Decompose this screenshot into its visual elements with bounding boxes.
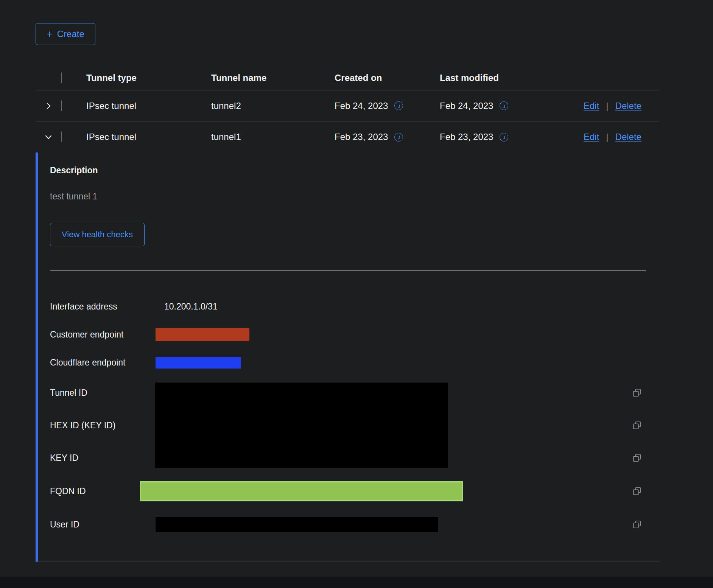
edit-link[interactable]: Edit <box>584 132 599 142</box>
info-icon[interactable]: i <box>500 133 508 142</box>
interface-address-value: 10.200.1.0/31 <box>155 302 632 312</box>
copy-user-id-button[interactable] <box>632 520 659 529</box>
row-checkbox[interactable] <box>61 100 62 111</box>
table-row: IPsec tunnel tunnel1 Feb 23, 2023 i Feb … <box>36 121 659 152</box>
tunnels-table: Tunnel type Tunnel name Created on Last … <box>36 65 659 562</box>
ids-redacted-value <box>155 383 448 468</box>
table-header-row: Tunnel type Tunnel name Created on Last … <box>36 65 659 90</box>
collapse-row-button[interactable] <box>36 133 61 141</box>
cell-created-on: Feb 24, 2023 i <box>335 101 440 111</box>
created-on-value: Feb 24, 2023 <box>335 101 388 111</box>
copy-fqdn-id-button[interactable] <box>632 486 659 496</box>
header-created-on: Created on <box>335 73 440 83</box>
cell-last-modified: Feb 23, 2023 i <box>440 132 584 142</box>
row-checkbox[interactable] <box>61 131 62 142</box>
info-icon[interactable]: i <box>394 101 403 110</box>
copy-tunnel-id-button[interactable] <box>632 388 659 398</box>
customer-endpoint-redacted-value <box>156 328 249 341</box>
description-label: Description <box>50 165 659 176</box>
cell-created-on: Feb 23, 2023 i <box>335 132 440 142</box>
interface-address-label: Interface address <box>50 302 155 312</box>
field-row-cloudflare-endpoint: Cloudflare endpoint <box>50 348 659 376</box>
copy-icon <box>632 388 642 398</box>
tunnel-detail-panel: Description test tunnel 1 View health ch… <box>36 152 659 562</box>
tunnel-fields: Interface address 10.200.1.0/31 Customer… <box>50 292 659 541</box>
field-row-interface-address: Interface address 10.200.1.0/31 <box>50 292 659 320</box>
table-row: IPsec tunnel tunnel2 Feb 24, 2023 i Feb … <box>36 90 659 121</box>
created-on-value: Feb 23, 2023 <box>335 132 388 142</box>
expand-row-button[interactable] <box>36 102 61 110</box>
description-value: test tunnel 1 <box>50 191 659 202</box>
customer-endpoint-label: Customer endpoint <box>50 330 155 340</box>
chevron-down-icon <box>45 133 52 141</box>
field-row-customer-endpoint: Customer endpoint <box>50 320 659 348</box>
copy-hex-id-button[interactable] <box>632 420 659 430</box>
copy-key-id-button[interactable] <box>632 453 659 463</box>
header-last-modified: Last modified <box>440 73 584 83</box>
delete-link[interactable]: Delete <box>615 101 641 111</box>
fqdn-id-redacted-value <box>140 481 463 501</box>
section-divider <box>50 271 646 271</box>
copy-icon <box>632 453 642 463</box>
action-separator: | <box>606 132 608 142</box>
action-separator: | <box>606 101 608 111</box>
copy-icon <box>632 520 642 529</box>
cloudflare-endpoint-label: Cloudflare endpoint <box>50 358 155 368</box>
plus-icon: + <box>47 30 53 38</box>
copy-icon <box>632 486 642 496</box>
field-row-user-id: User ID <box>50 508 659 541</box>
last-modified-value: Feb 23, 2023 <box>440 132 493 142</box>
tunnels-page: + Create Tunnel type Tunnel name Created… <box>36 23 659 562</box>
bottom-edge-band <box>0 577 713 588</box>
select-all-checkbox[interactable] <box>61 72 62 83</box>
user-id-label: User ID <box>50 520 155 530</box>
hex-id-label: HEX ID (KEY ID) <box>50 420 155 431</box>
cell-tunnel-type: IPsec tunnel <box>86 101 211 111</box>
cell-tunnel-name: tunnel1 <box>211 132 335 142</box>
row-actions: Edit | Delete <box>584 101 659 111</box>
row-actions: Edit | Delete <box>584 132 659 142</box>
field-row-fqdn-id: FQDN ID <box>50 474 659 508</box>
cloudflare-endpoint-redacted-value <box>156 357 241 369</box>
tunnel-id-label: Tunnel ID <box>50 388 155 398</box>
info-icon[interactable]: i <box>500 101 508 110</box>
info-icon[interactable]: i <box>394 133 403 142</box>
cell-last-modified: Feb 24, 2023 i <box>440 101 584 111</box>
create-button[interactable]: + Create <box>36 23 95 45</box>
fqdn-id-label: FQDN ID <box>50 486 155 496</box>
last-modified-value: Feb 24, 2023 <box>440 101 493 111</box>
delete-link[interactable]: Delete <box>615 132 641 142</box>
key-id-label: KEY ID <box>50 453 155 463</box>
field-rows-ids: Tunnel ID HEX ID (KEY ID) KEY ID <box>50 376 659 474</box>
chevron-right-icon <box>45 102 52 110</box>
header-tunnel-name: Tunnel name <box>211 73 335 83</box>
edit-link[interactable]: Edit <box>584 101 599 111</box>
cell-tunnel-name: tunnel2 <box>211 101 335 111</box>
user-id-redacted-value <box>156 517 438 532</box>
cell-tunnel-type: IPsec tunnel <box>86 132 211 142</box>
create-button-label: Create <box>57 29 84 39</box>
copy-icon <box>632 420 642 430</box>
header-tunnel-type: Tunnel type <box>86 73 211 83</box>
view-health-checks-button[interactable]: View health checks <box>50 223 145 246</box>
